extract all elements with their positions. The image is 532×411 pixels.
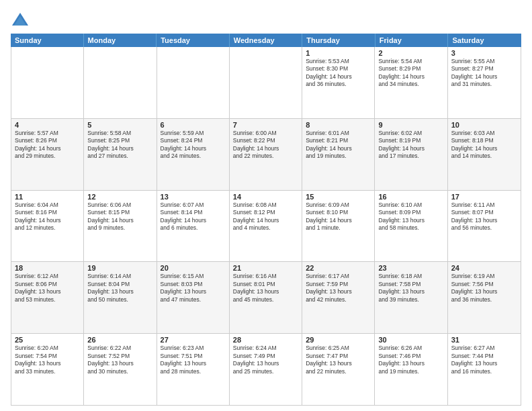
- cal-cell-1-6: 10Sunrise: 6:03 AM Sunset: 8:18 PM Dayli…: [448, 119, 521, 190]
- cal-cell-1-4: 8Sunrise: 6:01 AM Sunset: 8:21 PM Daylig…: [302, 119, 375, 190]
- cal-cell-0-5: 2Sunrise: 5:54 AM Sunset: 8:29 PM Daylig…: [375, 47, 447, 118]
- page-container: SundayMondayTuesdayWednesdayThursdayFrid…: [0, 0, 532, 411]
- day-number: 23: [378, 264, 443, 272]
- day-number: 30: [378, 336, 443, 344]
- cell-info: Sunrise: 6:23 AM Sunset: 7:51 PM Dayligh…: [161, 345, 226, 375]
- cal-cell-4-5: 30Sunrise: 6:26 AM Sunset: 7:46 PM Dayli…: [375, 334, 447, 405]
- day-number: 26: [87, 336, 152, 344]
- cell-info: Sunrise: 6:08 AM Sunset: 8:12 PM Dayligh…: [233, 201, 298, 232]
- cal-cell-4-6: 31Sunrise: 6:27 AM Sunset: 7:44 PM Dayli…: [448, 334, 521, 405]
- day-number: 11: [15, 193, 80, 201]
- calendar-row-4: 25Sunrise: 6:20 AM Sunset: 7:54 PM Dayli…: [11, 334, 521, 405]
- cell-info: Sunrise: 5:57 AM Sunset: 8:26 PM Dayligh…: [15, 130, 80, 161]
- day-number: 14: [233, 193, 298, 201]
- cal-cell-3-4: 22Sunrise: 6:17 AM Sunset: 7:59 PM Dayli…: [302, 262, 375, 333]
- cell-info: Sunrise: 6:27 AM Sunset: 7:44 PM Dayligh…: [451, 345, 517, 375]
- cell-info: Sunrise: 6:16 AM Sunset: 8:01 PM Dayligh…: [233, 273, 298, 304]
- cell-info: Sunrise: 6:22 AM Sunset: 7:52 PM Dayligh…: [87, 345, 152, 375]
- day-number: 7: [233, 121, 298, 129]
- day-number: 16: [378, 193, 443, 201]
- day-number: 1: [306, 49, 371, 57]
- cal-cell-2-0: 11Sunrise: 6:04 AM Sunset: 8:16 PM Dayli…: [11, 191, 84, 262]
- cell-info: Sunrise: 5:58 AM Sunset: 8:25 PM Dayligh…: [87, 130, 152, 161]
- calendar-header: SundayMondayTuesdayWednesdayThursdayFrid…: [11, 34, 521, 47]
- calendar-row-3: 18Sunrise: 6:12 AM Sunset: 8:06 PM Dayli…: [11, 262, 521, 334]
- day-number: 3: [451, 49, 517, 57]
- cal-cell-4-1: 26Sunrise: 6:22 AM Sunset: 7:52 PM Dayli…: [84, 334, 157, 405]
- cal-cell-0-0: [11, 47, 84, 118]
- cal-cell-4-2: 27Sunrise: 6:23 AM Sunset: 7:51 PM Dayli…: [157, 334, 230, 405]
- day-number: 13: [161, 193, 226, 201]
- cal-cell-4-0: 25Sunrise: 6:20 AM Sunset: 7:54 PM Dayli…: [11, 334, 84, 405]
- header-day-thursday: Thursday: [302, 34, 375, 47]
- day-number: 15: [306, 193, 371, 201]
- header-day-wednesday: Wednesday: [230, 34, 303, 47]
- cell-info: Sunrise: 6:04 AM Sunset: 8:16 PM Dayligh…: [15, 201, 80, 232]
- day-number: 20: [161, 264, 226, 272]
- cal-cell-1-0: 4Sunrise: 5:57 AM Sunset: 8:26 PM Daylig…: [11, 119, 84, 190]
- cell-info: Sunrise: 6:17 AM Sunset: 7:59 PM Dayligh…: [306, 273, 371, 304]
- cell-info: Sunrise: 6:15 AM Sunset: 8:03 PM Dayligh…: [161, 273, 226, 304]
- day-number: 2: [378, 49, 443, 57]
- cal-cell-0-3: [230, 47, 302, 118]
- day-number: 28: [233, 336, 298, 344]
- day-number: 25: [15, 336, 80, 344]
- cell-info: Sunrise: 6:10 AM Sunset: 8:09 PM Dayligh…: [378, 201, 443, 232]
- calendar-row-1: 4Sunrise: 5:57 AM Sunset: 8:26 PM Daylig…: [11, 119, 521, 191]
- cell-info: Sunrise: 6:25 AM Sunset: 7:47 PM Dayligh…: [306, 345, 371, 375]
- cal-cell-2-2: 13Sunrise: 6:07 AM Sunset: 8:14 PM Dayli…: [157, 191, 230, 262]
- day-number: 22: [306, 264, 371, 272]
- cal-cell-4-4: 29Sunrise: 6:25 AM Sunset: 7:47 PM Dayli…: [302, 334, 375, 405]
- cell-info: Sunrise: 6:12 AM Sunset: 8:06 PM Dayligh…: [15, 273, 80, 304]
- header-day-monday: Monday: [84, 34, 157, 47]
- cal-cell-3-5: 23Sunrise: 6:18 AM Sunset: 7:58 PM Dayli…: [375, 262, 447, 333]
- cal-cell-4-3: 28Sunrise: 6:24 AM Sunset: 7:49 PM Dayli…: [230, 334, 302, 405]
- cell-info: Sunrise: 5:59 AM Sunset: 8:24 PM Dayligh…: [161, 130, 226, 161]
- cell-info: Sunrise: 6:14 AM Sunset: 8:04 PM Dayligh…: [87, 273, 152, 304]
- cell-info: Sunrise: 6:03 AM Sunset: 8:18 PM Dayligh…: [451, 130, 517, 161]
- cell-info: Sunrise: 6:11 AM Sunset: 8:07 PM Dayligh…: [451, 201, 517, 232]
- header: [11, 8, 521, 30]
- cell-info: Sunrise: 6:19 AM Sunset: 7:56 PM Dayligh…: [451, 273, 517, 304]
- cal-cell-0-4: 1Sunrise: 5:53 AM Sunset: 8:30 PM Daylig…: [302, 47, 375, 118]
- day-number: 6: [161, 121, 226, 129]
- calendar-row-0: 1Sunrise: 5:53 AM Sunset: 8:30 PM Daylig…: [11, 47, 521, 119]
- calendar-body: 1Sunrise: 5:53 AM Sunset: 8:30 PM Daylig…: [11, 47, 521, 406]
- cal-cell-2-3: 14Sunrise: 6:08 AM Sunset: 8:12 PM Dayli…: [230, 191, 302, 262]
- cell-info: Sunrise: 5:53 AM Sunset: 8:30 PM Dayligh…: [306, 58, 371, 89]
- cal-cell-0-2: [157, 47, 230, 118]
- cell-info: Sunrise: 6:06 AM Sunset: 8:15 PM Dayligh…: [87, 201, 152, 232]
- cal-cell-3-2: 20Sunrise: 6:15 AM Sunset: 8:03 PM Dayli…: [157, 262, 230, 333]
- cal-cell-2-1: 12Sunrise: 6:06 AM Sunset: 8:15 PM Dayli…: [84, 191, 157, 262]
- logo-icon: [11, 11, 30, 30]
- calendar: SundayMondayTuesdayWednesdayThursdayFrid…: [11, 34, 521, 406]
- day-number: 21: [233, 264, 298, 272]
- day-number: 29: [306, 336, 371, 344]
- calendar-row-2: 11Sunrise: 6:04 AM Sunset: 8:16 PM Dayli…: [11, 191, 521, 263]
- cell-info: Sunrise: 5:54 AM Sunset: 8:29 PM Dayligh…: [378, 58, 443, 89]
- header-day-tuesday: Tuesday: [157, 34, 230, 47]
- day-number: 9: [378, 121, 443, 129]
- header-day-sunday: Sunday: [11, 34, 84, 47]
- cell-info: Sunrise: 6:24 AM Sunset: 7:49 PM Dayligh…: [233, 345, 298, 375]
- logo: [11, 11, 32, 30]
- cell-info: Sunrise: 6:01 AM Sunset: 8:21 PM Dayligh…: [306, 130, 371, 161]
- cal-cell-1-2: 6Sunrise: 5:59 AM Sunset: 8:24 PM Daylig…: [157, 119, 230, 190]
- day-number: 12: [87, 193, 152, 201]
- cal-cell-3-3: 21Sunrise: 6:16 AM Sunset: 8:01 PM Dayli…: [230, 262, 302, 333]
- cal-cell-2-4: 15Sunrise: 6:09 AM Sunset: 8:10 PM Dayli…: [302, 191, 375, 262]
- cal-cell-1-5: 9Sunrise: 6:02 AM Sunset: 8:19 PM Daylig…: [375, 119, 447, 190]
- day-number: 31: [451, 336, 517, 344]
- day-number: 8: [306, 121, 371, 129]
- cal-cell-3-0: 18Sunrise: 6:12 AM Sunset: 8:06 PM Dayli…: [11, 262, 84, 333]
- cell-info: Sunrise: 6:07 AM Sunset: 8:14 PM Dayligh…: [161, 201, 226, 232]
- cal-cell-2-5: 16Sunrise: 6:10 AM Sunset: 8:09 PM Dayli…: [375, 191, 447, 262]
- cell-info: Sunrise: 6:02 AM Sunset: 8:19 PM Dayligh…: [378, 130, 443, 161]
- header-day-friday: Friday: [375, 34, 449, 47]
- day-number: 27: [161, 336, 226, 344]
- cell-info: Sunrise: 6:00 AM Sunset: 8:22 PM Dayligh…: [233, 130, 298, 161]
- cal-cell-1-3: 7Sunrise: 6:00 AM Sunset: 8:22 PM Daylig…: [230, 119, 302, 190]
- cell-info: Sunrise: 6:26 AM Sunset: 7:46 PM Dayligh…: [378, 345, 443, 375]
- cal-cell-3-6: 24Sunrise: 6:19 AM Sunset: 7:56 PM Dayli…: [448, 262, 521, 333]
- cal-cell-0-6: 3Sunrise: 5:55 AM Sunset: 8:27 PM Daylig…: [448, 47, 521, 118]
